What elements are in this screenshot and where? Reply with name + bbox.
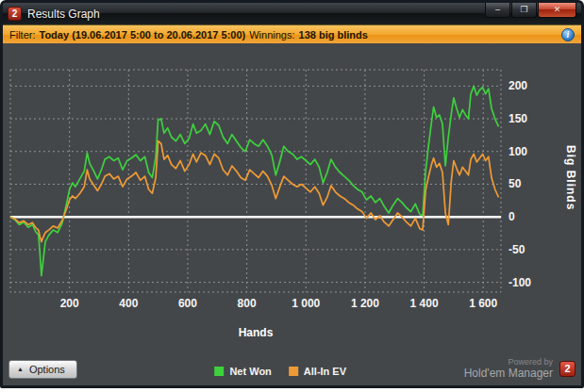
y-tick-label: -50 bbox=[509, 243, 526, 256]
maximize-button[interactable]: ❐ bbox=[511, 3, 537, 18]
hm2-app-icon: 2 bbox=[8, 7, 22, 21]
options-button[interactable]: ▲ Options bbox=[8, 360, 77, 379]
powered-by-block: Powered by Hold'em Manager 2 bbox=[464, 358, 576, 380]
x-tick-label: 600 bbox=[178, 297, 197, 310]
hm2-logo: 2 bbox=[559, 361, 576, 377]
y-tick-label: 150 bbox=[509, 112, 527, 125]
winnings-label: Winnings: bbox=[249, 29, 294, 41]
x-axis-title: Hands bbox=[10, 326, 501, 339]
y-tick-label: 0 bbox=[509, 210, 515, 223]
x-tick-label: 1 000 bbox=[292, 297, 320, 310]
results-graph-window: 2 Results Graph – ❐ ✕ Filter: Today (19.… bbox=[0, 0, 584, 388]
y-tick-label: 100 bbox=[509, 145, 527, 158]
footer-bar: ▲ Options Net Won All-In EV Powered by H… bbox=[3, 357, 581, 385]
legend-item-net-won: Net Won bbox=[214, 366, 271, 377]
results-chart: 2004006008001 0001 2001 4001 60020015010… bbox=[8, 53, 551, 317]
y-tick-label: 50 bbox=[509, 177, 522, 190]
legend-item-all-in-ev: All-In EV bbox=[289, 366, 346, 377]
filter-bar: Filter: Today (19.06.2017 5:00 to 20.06.… bbox=[3, 24, 581, 43]
powered-by-text: Powered by Hold'em Manager bbox=[464, 358, 553, 380]
legend-label-all-in-ev: All-In EV bbox=[304, 366, 346, 377]
info-icon[interactable]: i bbox=[561, 28, 575, 41]
filter-value: Today (19.06.2017 5:00 to 20.06.2017 5:0… bbox=[40, 29, 246, 41]
chart-area: 2004006008001 0001 2001 4001 60020015010… bbox=[3, 43, 581, 357]
series-all-in-ev-line bbox=[10, 141, 499, 242]
up-arrow-icon: ▲ bbox=[17, 366, 24, 372]
filter-label: Filter: bbox=[9, 29, 36, 41]
x-tick-label: 1 200 bbox=[351, 297, 379, 310]
minimize-button[interactable]: – bbox=[485, 3, 510, 18]
legend-label-net-won: Net Won bbox=[229, 366, 271, 377]
x-tick-label: 800 bbox=[238, 297, 257, 310]
x-tick-label: 1 400 bbox=[410, 297, 439, 310]
window-controls: – ❐ ✕ bbox=[485, 3, 576, 18]
window-title: Results Graph bbox=[27, 8, 100, 21]
x-tick-label: 1 600 bbox=[469, 297, 497, 310]
title-bar: 2 Results Graph – ❐ ✕ bbox=[3, 3, 581, 24]
y-tick-label: 200 bbox=[509, 79, 527, 92]
y-axis-title: Big Blinds bbox=[564, 145, 577, 210]
close-button[interactable]: ✕ bbox=[538, 3, 576, 18]
series-net-won-line bbox=[10, 86, 499, 275]
x-tick-label: 400 bbox=[119, 297, 138, 310]
all-in-ev-swatch-icon bbox=[289, 367, 298, 376]
content-area: 2004006008001 0001 2001 4001 60020015010… bbox=[3, 43, 581, 385]
chart-legend: Net Won All-In EV bbox=[214, 366, 346, 377]
winnings-value: 138 big blinds bbox=[299, 29, 368, 41]
x-tick-label: 200 bbox=[60, 297, 79, 310]
y-tick-label: -100 bbox=[509, 276, 531, 289]
brand-name: Hold'em Manager bbox=[464, 368, 553, 380]
net-won-swatch-icon bbox=[214, 367, 224, 376]
options-button-label: Options bbox=[29, 364, 65, 375]
